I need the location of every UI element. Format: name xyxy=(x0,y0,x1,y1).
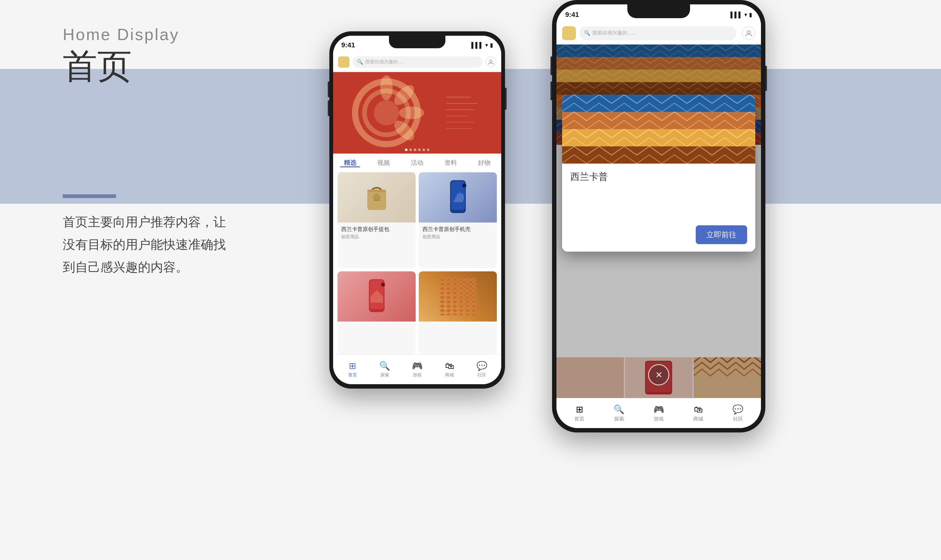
p2-community-icon: 💬 xyxy=(733,404,744,415)
community-nav-icon: 💬 xyxy=(477,361,487,371)
svg-rect-17 xyxy=(367,189,386,192)
tab-material[interactable]: 资料 xyxy=(434,158,468,167)
product-card-1[interactable]: 西兰卡普原创手提包 创意用品 xyxy=(338,172,416,268)
page-title-zh: 首页 xyxy=(63,47,179,85)
modal-close-button[interactable]: ✕ xyxy=(648,364,669,385)
phone1-notch xyxy=(389,36,446,48)
search-placeholder: 搜索你感兴趣的...... xyxy=(365,59,406,65)
product-info-3 xyxy=(338,322,416,328)
desc-section: 首页主要向用户推荐内容，让没有目标的用户能快速准确找到自己感兴趣的内容。 xyxy=(63,194,232,278)
dot-3 xyxy=(414,149,416,151)
product-card-2[interactable]: 西兰卡普原创手机壳 创意用品 xyxy=(419,172,497,268)
phone1-nav-bar: ⊞ 首页 🔍 探索 🎮 游戏 🛍 商城 💬 社区 xyxy=(333,354,501,384)
phone1-status-icons: ▌▌▌ ▾ ▮ xyxy=(471,42,493,49)
modal-body xyxy=(562,188,755,225)
desc-text: 首页主要向用户推荐内容，让没有目标的用户能快速准确找到自己感兴趣的内容。 xyxy=(63,211,232,278)
p2-battery-icon: ▮ xyxy=(749,11,752,18)
p2-home-label: 首页 xyxy=(574,416,585,422)
p2-explore-icon: 🔍 xyxy=(614,404,625,415)
svg-rect-26 xyxy=(439,278,477,315)
p2-home-icon: ⊞ xyxy=(576,404,583,415)
dot-1 xyxy=(405,149,407,151)
svg-point-21 xyxy=(463,184,466,187)
home-nav-label: 首页 xyxy=(348,372,357,378)
phone2-search-icon: 🔍 xyxy=(584,30,590,36)
app-logo xyxy=(338,56,349,68)
shop-nav-icon: 🛍 xyxy=(445,361,454,371)
product-sub-1: 创意用品 xyxy=(341,234,412,240)
phone2-search-box[interactable]: 🔍 搜索你感兴趣的...... xyxy=(580,26,736,40)
left-section: Home Display 首页 xyxy=(63,25,179,85)
nav-community[interactable]: 💬 社区 xyxy=(466,361,498,378)
p2-wifi-icon: ▾ xyxy=(744,11,747,18)
product-info-1: 西兰卡普原创手提包 创意用品 xyxy=(338,223,416,242)
p2-nav-community[interactable]: 💬 社区 xyxy=(718,404,758,422)
p2-shop-label: 商城 xyxy=(693,416,703,422)
tab-activity[interactable]: 活动 xyxy=(400,158,434,167)
search-icon: 🔍 xyxy=(357,59,363,65)
user-avatar[interactable] xyxy=(486,57,496,68)
phone2-notch xyxy=(627,5,690,18)
product-img-1 xyxy=(338,172,416,223)
phone2-vol-down xyxy=(551,82,552,100)
search-box[interactable]: 🔍 搜索你感兴趣的...... xyxy=(353,56,483,68)
product-card-3[interactable] xyxy=(338,271,416,354)
modal-card: 西兰卡普 立即前往 xyxy=(562,95,755,252)
product-img-4 xyxy=(419,271,497,322)
modal-image xyxy=(562,95,755,163)
tab-goods[interactable]: 好物 xyxy=(468,158,501,167)
product-info-2: 西兰卡普原创手机壳 创意用品 xyxy=(419,223,497,242)
page-title-en: Home Display xyxy=(63,25,179,44)
p2-nav-shop[interactable]: 🛍 商城 xyxy=(679,404,718,422)
nav-game[interactable]: 🎮 游戏 xyxy=(401,361,433,378)
phone1-products-grid: 西兰卡普原创手提包 创意用品 xyxy=(338,172,497,354)
explore-nav-label: 探索 xyxy=(381,372,389,378)
product-img-3 xyxy=(338,271,416,322)
shop-nav-label: 商城 xyxy=(445,372,454,378)
svg-point-6 xyxy=(399,106,424,119)
phone2-time: 9:41 xyxy=(565,11,579,19)
wifi-icon: ▾ xyxy=(485,42,488,49)
svg-point-3 xyxy=(374,100,399,125)
phone2-nav-bar: ⊞ 首页 🔍 探索 🎮 游戏 🛍 商城 💬 社区 xyxy=(557,398,761,428)
phones-area: 9:41 ▌▌▌ ▾ ▮ 🔍 搜索你感兴趣的...... xyxy=(282,0,941,560)
phone2-status-icons: ▌▌▌ ▾ ▮ xyxy=(731,11,752,18)
p2-shop-icon: 🛍 xyxy=(694,404,703,415)
modal-footer: 立即前往 xyxy=(562,225,755,252)
phone2-search-placeholder: 搜索你感兴趣的...... xyxy=(592,30,636,36)
tab-video[interactable]: 视频 xyxy=(367,158,400,167)
community-nav-label: 社区 xyxy=(477,372,486,378)
nav-shop[interactable]: 🛍 商城 xyxy=(433,361,466,378)
phone2-screen: 9:41 ▌▌▌ ▾ ▮ 🔍 搜索你感兴趣的...... xyxy=(557,5,761,428)
dot-4 xyxy=(418,149,421,151)
phone2-search-bar[interactable]: 🔍 搜索你感兴趣的...... xyxy=(557,22,761,45)
phone1-time: 9:41 xyxy=(341,41,355,49)
nav-explore[interactable]: 🔍 探索 xyxy=(369,361,401,378)
phone1-search-bar[interactable]: 🔍 搜索你感兴趣的...... xyxy=(333,52,501,72)
modal-title: 西兰卡普 xyxy=(570,171,747,183)
p2-nav-game[interactable]: 🎮 游戏 xyxy=(639,404,679,422)
phone1-banner xyxy=(333,72,501,154)
dot-5 xyxy=(423,149,425,151)
modal-goto-button[interactable]: 立即前往 xyxy=(696,225,747,244)
phone1-screen: 9:41 ▌▌▌ ▾ ▮ 🔍 搜索你感兴趣的...... xyxy=(333,36,501,384)
product-card-4[interactable] xyxy=(419,271,497,354)
svg-point-27 xyxy=(747,31,750,34)
phone1-vol-up xyxy=(328,82,329,97)
nav-home[interactable]: ⊞ 首页 xyxy=(336,361,369,378)
product-info-4 xyxy=(419,322,497,328)
p2-nav-home[interactable]: ⊞ 首页 xyxy=(560,404,599,422)
product-name-1: 西兰卡普原创手提包 xyxy=(341,226,412,233)
modal-overlay: 西兰卡普 立即前往 ✕ xyxy=(557,45,761,398)
p2-explore-label: 探索 xyxy=(614,416,624,422)
p2-nav-explore[interactable]: 🔍 探索 xyxy=(599,404,639,422)
p2-game-icon: 🎮 xyxy=(653,404,664,415)
phone2-user-avatar[interactable] xyxy=(742,27,755,40)
game-nav-label: 游戏 xyxy=(413,372,421,378)
product-name-2: 西兰卡普原创手机壳 xyxy=(423,226,493,233)
p2-signal-icon: ▌▌▌ xyxy=(731,12,742,18)
tab-featured[interactable]: 精选 xyxy=(333,158,367,167)
game-nav-icon: 🎮 xyxy=(412,361,423,371)
phone1-side-btn xyxy=(505,88,507,110)
svg-point-0 xyxy=(490,60,492,62)
